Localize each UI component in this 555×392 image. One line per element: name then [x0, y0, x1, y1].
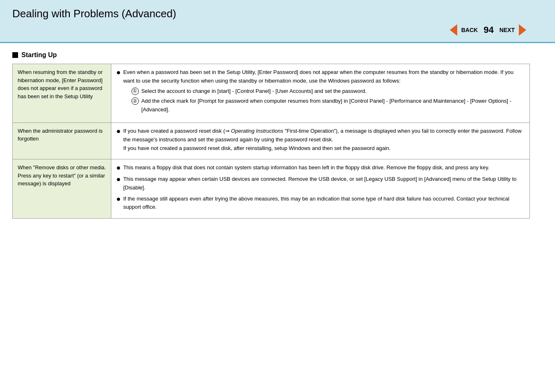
bullet-item-3: ● If the message still appears even afte…	[116, 195, 525, 212]
bullet-text: If you have created a password reset dis…	[123, 128, 522, 151]
page-title: Dealing with Problems (Advanced)	[12, 7, 543, 20]
back-button[interactable]: BACK	[450, 24, 480, 36]
page-header: Dealing with Problems (Advanced) BACK 94…	[0, 0, 555, 43]
back-label: BACK	[461, 27, 478, 33]
next-button[interactable]: NEXT	[497, 24, 526, 36]
next-label: NEXT	[500, 27, 515, 33]
circle-num-1: ①	[131, 88, 139, 95]
back-arrow-icon	[450, 24, 457, 36]
row2-left: When the administrator password is forgo…	[13, 122, 111, 159]
bullet-text: Even when a password has been set in the…	[123, 69, 514, 84]
table-row: When resuming from the standby or hibern…	[13, 64, 530, 123]
bullet-item-1: ● This means a floppy disk that does not…	[116, 164, 525, 173]
bullet-icon: ●	[116, 164, 121, 173]
row1-right: ● Even when a password has been set in t…	[111, 64, 530, 123]
bullet-icon: ●	[116, 195, 121, 204]
bullet-text-1: This means a floppy disk that does not c…	[123, 164, 525, 172]
bullet-icon: ●	[116, 175, 121, 184]
row3-left: When "Remove disks or other media. Press…	[13, 159, 111, 219]
bullet-icon: ●	[116, 68, 121, 77]
row3-right: ● This means a floppy disk that does not…	[111, 159, 530, 219]
row1-left: When resuming from the standby or hibern…	[13, 64, 111, 123]
bullet-item-2: ● This message may appear when certain U…	[116, 175, 525, 192]
numbered-text-1: Select the account to change in [start] …	[141, 87, 366, 96]
content-table: When resuming from the standby or hibern…	[12, 64, 530, 219]
circle-num-2: ②	[131, 97, 139, 105]
bullet-item: ● Even when a password has been set in t…	[116, 68, 525, 116]
numbered-item-2: ② Add the check mark for [Prompt for pas…	[131, 97, 525, 114]
table-row: When the administrator password is forgo…	[13, 122, 530, 159]
main-content: Starting Up When resuming from the stand…	[0, 43, 555, 227]
bullet-icon: ●	[116, 127, 121, 136]
next-arrow-icon	[519, 24, 526, 36]
page-number: 94	[484, 25, 493, 35]
section-icon	[12, 52, 18, 58]
section-title-text: Starting Up	[21, 51, 57, 59]
bullet-text-2: This message may appear when certain USB…	[123, 175, 525, 192]
numbered-text-2: Add the check mark for [Prompt for passw…	[141, 97, 525, 114]
bullet-item: ● If you have created a password reset d…	[116, 127, 525, 152]
bullet-text-3: If the message still appears even after …	[123, 195, 525, 212]
navigation-row: BACK 94 NEXT	[12, 24, 543, 38]
table-row: When "Remove disks or other media. Press…	[13, 159, 530, 219]
row2-right: ● If you have created a password reset d…	[111, 122, 530, 159]
numbered-item-1: ① Select the account to change in [start…	[131, 87, 525, 96]
section-title: Starting Up	[12, 51, 543, 59]
